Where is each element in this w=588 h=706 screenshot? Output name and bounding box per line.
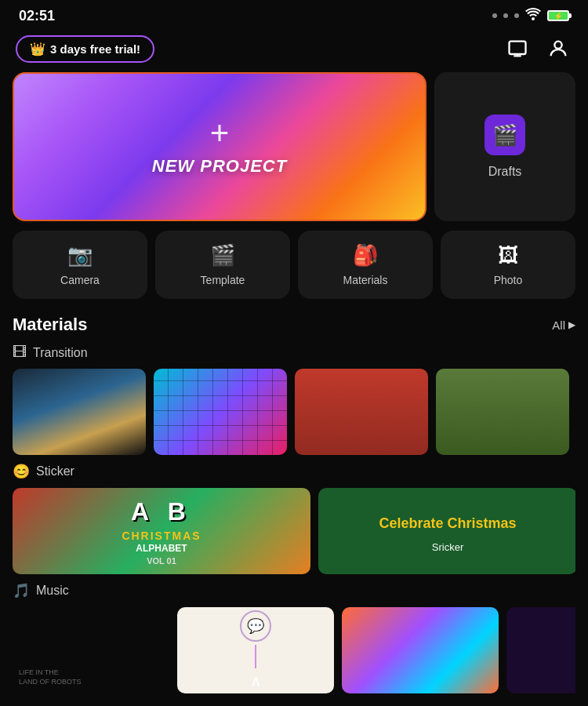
profile-button[interactable] bbox=[544, 35, 572, 63]
camera-icon: 📷 bbox=[67, 243, 93, 267]
transition-thumbs bbox=[13, 369, 575, 455]
sticker-icon: 😊 bbox=[13, 463, 30, 480]
music-header: 🎵 Music bbox=[13, 582, 575, 599]
status-icons: ⚡ bbox=[492, 8, 569, 24]
signal-dot1 bbox=[492, 13, 497, 18]
photo-icon: 🖼 bbox=[498, 243, 518, 267]
transition-section: 🎞 Transition bbox=[0, 344, 588, 455]
music-text-1: LIFE IN THE LAND OF ROBOTS bbox=[19, 668, 82, 687]
transition-title: Transition bbox=[33, 346, 88, 360]
action-materials[interactable]: 🎒 Materials bbox=[298, 231, 433, 299]
transition-icon: 🎞 bbox=[13, 344, 27, 361]
drafts-icon: 🎬 bbox=[485, 115, 525, 155]
music-thumb-1[interactable]: LIFE IN THE LAND OF ROBOTS bbox=[13, 607, 169, 693]
sticker-thumb-1[interactable]: A B Christmas Alphabet Vol 01 bbox=[13, 488, 310, 574]
sticker-header: 😊 Sticker bbox=[13, 463, 575, 480]
arrow-icon: ▶ bbox=[568, 319, 575, 330]
battery-bolt: ⚡ bbox=[554, 12, 563, 20]
drafts-label: Drafts bbox=[488, 165, 522, 179]
new-project-card[interactable]: + NEW PROJECT bbox=[13, 72, 426, 221]
svg-point-1 bbox=[554, 42, 561, 49]
action-camera[interactable]: 📷 Camera bbox=[13, 231, 147, 299]
wifi-icon bbox=[525, 8, 541, 24]
transition-thumb-3[interactable] bbox=[295, 369, 428, 455]
screen-button[interactable] bbox=[503, 35, 532, 63]
battery-icon: ⚡ bbox=[547, 10, 569, 21]
music-thumbs: LIFE IN THE LAND OF ROBOTS 💬 ∧ bbox=[13, 607, 575, 693]
crown-icon: 👑 bbox=[30, 42, 45, 56]
sticker-thumbs: A B Christmas Alphabet Vol 01 Celebrate … bbox=[13, 488, 575, 574]
signal-dot3 bbox=[514, 13, 519, 18]
drafts-card[interactable]: 🎬 Drafts bbox=[434, 72, 575, 221]
materials-icon: 🎒 bbox=[353, 243, 378, 267]
main-grid: + NEW PROJECT 🎬 Drafts bbox=[0, 72, 588, 221]
music-thumb-4[interactable] bbox=[506, 607, 575, 693]
transition-thumb-4[interactable] bbox=[436, 369, 569, 455]
sticker2-sub: Sricker bbox=[432, 541, 463, 553]
materials-section-header: Materials All ▶ bbox=[0, 315, 588, 335]
music-section: 🎵 Music LIFE IN THE LAND OF ROBOTS 💬 ∧ bbox=[0, 582, 588, 693]
music-visual-2: 💬 ∧ bbox=[240, 610, 271, 690]
materials-all-btn[interactable]: All ▶ bbox=[552, 318, 575, 332]
plus-icon: + bbox=[210, 117, 230, 150]
template-label: Template bbox=[201, 274, 245, 286]
status-bar: 02:51 ⚡ bbox=[0, 0, 588, 31]
sticker-title: Sticker bbox=[36, 464, 74, 479]
transition-thumb-1[interactable] bbox=[13, 369, 146, 455]
new-project-label: NEW PROJECT bbox=[152, 156, 287, 176]
template-icon: 🎬 bbox=[210, 243, 235, 267]
music-title: Music bbox=[36, 584, 69, 598]
all-label: All bbox=[552, 318, 565, 332]
quick-actions: 📷 Camera 🎬 Template 🎒 Materials 🖼 Photo bbox=[0, 231, 588, 299]
action-template[interactable]: 🎬 Template bbox=[155, 231, 290, 299]
photo-label: Photo bbox=[494, 274, 523, 286]
camera-label: Camera bbox=[60, 274, 100, 286]
sticker2-title: Celebrate Christmas bbox=[372, 509, 522, 538]
new-project-inner: + NEW PROJECT bbox=[14, 74, 425, 220]
music-thumb-2[interactable]: 💬 ∧ bbox=[177, 607, 334, 693]
materials-title: Materials bbox=[13, 315, 87, 335]
transition-header: 🎞 Transition bbox=[13, 344, 575, 361]
nav-icons bbox=[503, 35, 572, 63]
face-overlay bbox=[295, 369, 428, 455]
trial-badge[interactable]: 👑 3 days free trial! bbox=[16, 35, 154, 63]
top-nav: 👑 3 days free trial! bbox=[0, 31, 588, 72]
action-photo[interactable]: 🖼 Photo bbox=[441, 231, 575, 299]
music-icon: 🎵 bbox=[13, 582, 30, 599]
svg-rect-0 bbox=[510, 42, 526, 54]
materials-label: Materials bbox=[343, 274, 388, 286]
status-time: 02:51 bbox=[19, 8, 55, 24]
music-thumb-3[interactable] bbox=[342, 607, 499, 693]
sticker-section: 😊 Sticker A B Christmas Alphabet Vol 01 … bbox=[0, 463, 588, 574]
trial-text: 3 days free trial! bbox=[50, 42, 140, 56]
sticker-thumb-2[interactable]: Celebrate Christmas Sricker bbox=[318, 488, 575, 574]
signal-dot2 bbox=[503, 13, 508, 18]
transition-thumb-2[interactable] bbox=[154, 369, 287, 455]
sticker1-text: A B Christmas Alphabet Vol 01 bbox=[118, 493, 204, 570]
